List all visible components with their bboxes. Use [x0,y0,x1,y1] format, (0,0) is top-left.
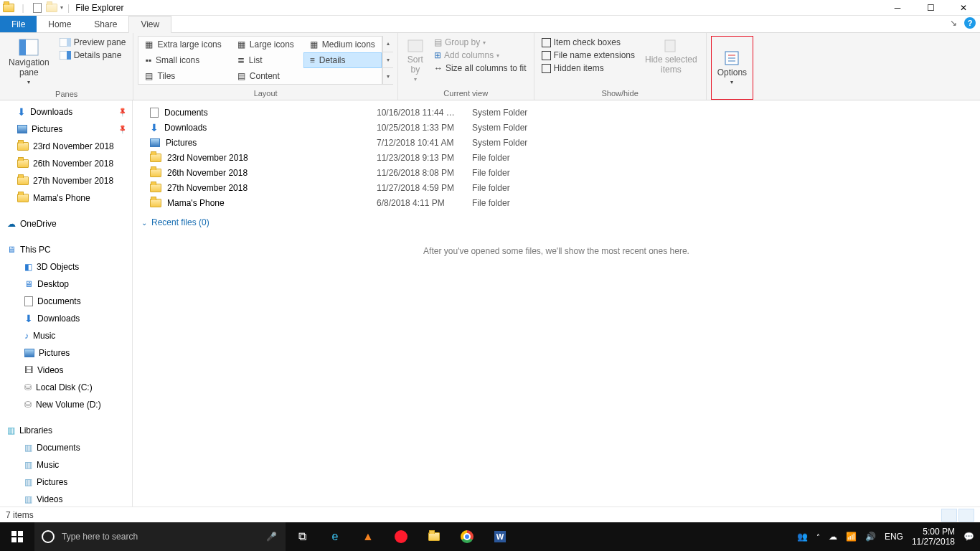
taskbar-app-chrome[interactable] [451,522,484,551]
nav-item[interactable]: 🖥Desktop [0,276,132,293]
taskbar-app-word[interactable]: W [484,522,517,551]
tray-onedrive-icon[interactable]: ☁ [829,532,837,542]
mic-icon[interactable]: 🎤 [266,532,277,542]
nav-item-label: 26th November 2018 [33,159,113,169]
tab-file[interactable]: File [0,16,37,32]
maximize-button[interactable]: ☐ [914,0,947,16]
sort-by-button[interactable]: Sort by ▾ [402,36,428,85]
size-all-columns-button[interactable]: ↔Size all columns to fit [431,62,529,75]
nav-item[interactable]: ◧3D Objects [0,258,132,276]
layout-scroll[interactable]: ▴▾▾ [382,36,393,85]
nav-item[interactable]: Pictures [0,121,132,138]
tray-notifications-icon[interactable]: 💬 [963,532,974,542]
nav-item[interactable]: ▥Documents [0,439,132,456]
layout-medium-icons[interactable]: ▦Medium icons [303,37,382,52]
taskbar-app-vlc[interactable]: ▲ [352,522,385,551]
file-row[interactable]: 26th November 201811/26/2018 8:08 PMFile… [141,165,971,180]
tray-people-icon[interactable]: 👥 [797,532,808,542]
minimize-ribbon-icon[interactable]: ↘ [950,18,957,28]
taskbar-app-edge[interactable]: e [319,522,352,551]
nav-item[interactable]: Pictures [0,344,132,362]
search-placeholder: Type here to search [62,532,138,542]
disk-icon: ⛁ [24,382,32,392]
file-name: Mama's Phone [167,198,225,208]
taskbar-search[interactable]: Type here to search 🎤 [34,522,286,551]
details-pane-button[interactable]: Details pane [57,49,129,62]
file-name: 23rd November 2018 [167,153,248,163]
nav-libraries[interactable]: ▥Libraries [0,422,132,439]
taskbar-app-explorer[interactable] [418,522,451,551]
layout-large-icons[interactable]: ▦Large icons [231,37,301,52]
add-columns-button[interactable]: ⊞Add columns▾ [431,49,529,62]
nav-item[interactable]: Mama's Phone [0,189,132,207]
nav-item[interactable]: ▥Music [0,456,132,474]
layout-list[interactable]: ≣List [231,52,301,68]
group-by-button[interactable]: ▤Group by▾ [431,36,529,49]
onedrive-icon: ☁ [7,219,16,229]
statusbar-thumbnails-view-button[interactable] [958,509,974,522]
nav-onedrive[interactable]: ☁OneDrive [0,215,132,232]
tray-clock[interactable]: 5:00 PM 11/27/2018 [912,527,955,547]
options-button[interactable]: Options ▾ [713,38,751,98]
file-type: File folder [472,168,510,178]
tab-view[interactable]: View [128,16,171,33]
nav-item[interactable]: 27th November 2018 [0,172,132,189]
qat-dropdown-icon[interactable]: ▾ [60,4,63,11]
nav-item[interactable]: ♪Music [0,327,132,344]
navigation-tree[interactable]: ⬇DownloadsPictures23rd November 201826th… [0,100,133,522]
file-row[interactable]: Pictures7/12/2018 10:41 AMSystem Folder [141,135,971,150]
task-view-button[interactable]: ⧉ [286,522,319,551]
tab-share[interactable]: Share [83,16,128,32]
file-row[interactable]: 23rd November 201811/23/2018 9:13 PMFile… [141,150,971,165]
nav-item[interactable]: Documents [0,293,132,310]
layout-details[interactable]: ≡Details [303,52,382,68]
tab-home[interactable]: Home [37,16,83,32]
tray-volume-icon[interactable]: 🔊 [865,532,876,542]
cortana-icon [42,530,55,543]
layout-small-icons[interactable]: ▪▪Small icons [138,52,227,68]
recent-files-header[interactable]: ⌄ Recent files (0) [141,217,971,227]
layout-content[interactable]: ▤Content [231,68,301,84]
qat-properties-icon[interactable] [32,2,43,14]
content-area[interactable]: Documents10/16/2018 11:44 …System Folder… [133,100,980,522]
nav-item[interactable]: ⬇Downloads [0,310,132,327]
checkbox-icon [542,38,551,47]
nav-item[interactable]: ▥Videos [0,491,132,508]
taskbar-app-opera[interactable] [385,522,418,551]
recent-files-empty-message: After you've opened some files, we'll sh… [141,246,971,256]
nav-item-label: Mama's Phone [33,193,90,203]
nav-item[interactable]: 26th November 2018 [0,155,132,172]
nav-thispc[interactable]: 🖥This PC [0,241,132,258]
nav-item[interactable]: ⛁Local Disk (C:) [0,379,132,396]
minimize-button[interactable]: ─ [881,0,914,16]
file-name-extensions-toggle[interactable]: File name extensions [539,49,638,62]
nav-item[interactable]: ⬇Downloads [0,103,132,121]
file-row[interactable]: 27th November 201811/27/2018 4:59 PMFile… [141,180,971,195]
statusbar-details-view-button[interactable] [941,509,957,522]
small-icons-icon: ▪▪ [145,55,151,65]
layout-tiles[interactable]: ▤Tiles [138,68,227,84]
layout-extra-large-icons[interactable]: ▦Extra large icons [138,37,227,52]
qat-newfolder-icon[interactable] [46,2,57,14]
help-icon[interactable]: ? [964,17,976,29]
ribbon-group-showhide: Item check boxes File name extensions Hi… [534,33,707,100]
ribbon-group-options: Options ▾ [707,33,758,100]
item-check-boxes-toggle[interactable]: Item check boxes [539,36,638,49]
hidden-items-toggle[interactable]: Hidden items [539,62,638,75]
file-row[interactable]: Documents10/16/2018 11:44 …System Folder [141,105,971,120]
navigation-pane-button[interactable]: Navigation pane ▾ [4,36,54,88]
nav-item-label: Pictures [39,348,70,358]
preview-pane-button[interactable]: Preview pane [57,36,129,49]
tray-network-icon[interactable]: 📶 [846,532,857,542]
nav-item[interactable]: ⛁New Volume (D:) [0,396,132,413]
start-button[interactable] [0,522,34,551]
nav-item[interactable]: 23rd November 2018 [0,138,132,155]
hide-selected-items-button[interactable]: Hide selected items [641,36,702,77]
file-row[interactable]: ⬇Downloads10/25/2018 1:33 PMSystem Folde… [141,120,971,135]
tray-up-icon[interactable]: ˄ [816,533,820,541]
tray-language[interactable]: ENG [885,532,903,542]
close-button[interactable]: ✕ [947,0,980,16]
nav-item[interactable]: ▥Pictures [0,474,132,491]
file-row[interactable]: Mama's Phone6/8/2018 4:11 PMFile folder [141,195,971,210]
nav-item[interactable]: 🎞Videos [0,362,132,379]
